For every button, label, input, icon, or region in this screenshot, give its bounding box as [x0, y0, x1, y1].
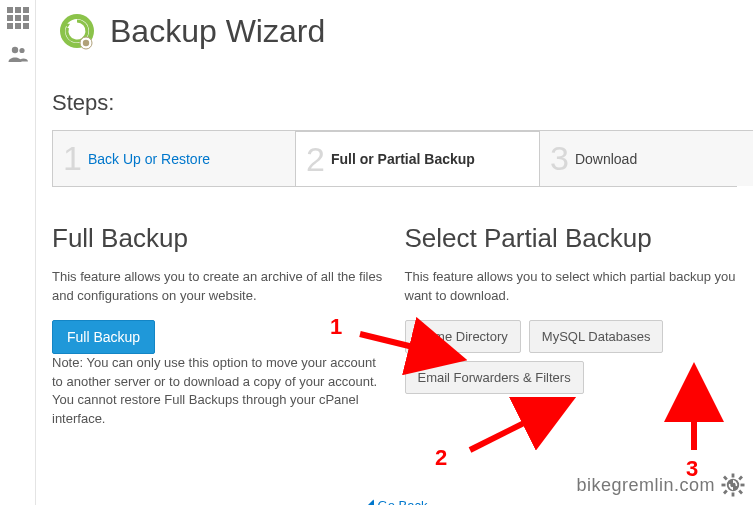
go-back-link[interactable]: Go Back	[362, 498, 428, 505]
svg-point-0	[12, 47, 18, 53]
partial-backup-buttons: Home Directory MySQL Databases Email For…	[405, 320, 738, 394]
svg-rect-13	[741, 484, 745, 487]
annotation-number-2: 2	[435, 445, 447, 471]
svg-rect-15	[738, 490, 743, 495]
page-title-text: Backup Wizard	[110, 13, 325, 50]
main-content: Backup Wizard Steps: 1 Back Up or Restor…	[36, 0, 753, 505]
step-3-download[interactable]: 3 Download	[540, 130, 753, 186]
full-backup-desc: This feature allows you to create an arc…	[52, 268, 385, 306]
watermark: bikegremlin.com	[576, 473, 745, 497]
apps-grid-icon[interactable]	[0, 0, 36, 36]
email-forwarders-filters-button[interactable]: Email Forwarders & Filters	[405, 361, 584, 394]
full-backup-heading: Full Backup	[52, 223, 385, 254]
full-backup-note: Note: You can only use this option to mo…	[52, 354, 385, 429]
step-label: Full or Partial Backup	[331, 151, 475, 167]
partial-backup-heading: Select Partial Backup	[405, 223, 738, 254]
watermark-text: bikegremlin.com	[576, 475, 715, 496]
mysql-databases-button[interactable]: MySQL Databases	[529, 320, 664, 353]
svg-rect-14	[723, 476, 728, 481]
step-2-full-or-partial[interactable]: 2 Full or Partial Backup	[296, 130, 540, 186]
backup-wizard-icon	[58, 12, 96, 50]
svg-point-5	[83, 40, 89, 46]
svg-rect-17	[723, 490, 728, 495]
steps-heading: Steps:	[52, 90, 737, 116]
annotation-number-1: 1	[330, 314, 342, 340]
step-number: 3	[546, 139, 569, 178]
go-back-row: Go Back	[52, 497, 737, 505]
partial-backup-desc: This feature allows you to select which …	[405, 268, 738, 306]
step-label: Download	[575, 151, 637, 167]
step-label: Back Up or Restore	[88, 151, 210, 167]
svg-rect-11	[732, 493, 735, 497]
full-backup-button[interactable]: Full Backup	[52, 320, 155, 354]
steps-tabs: 1 Back Up or Restore 2 Full or Partial B…	[52, 130, 737, 187]
partial-backup-column: Select Partial Backup This feature allow…	[405, 223, 738, 443]
step-number: 2	[302, 140, 325, 179]
users-icon[interactable]	[0, 36, 36, 72]
svg-rect-12	[722, 484, 726, 487]
columns: Full Backup This feature allows you to c…	[52, 223, 737, 443]
gear-icon	[721, 473, 745, 497]
page-title: Backup Wizard	[58, 12, 737, 50]
home-directory-button[interactable]: Home Directory	[405, 320, 521, 353]
svg-rect-16	[738, 476, 743, 481]
svg-rect-10	[732, 474, 735, 478]
step-1-backup-or-restore[interactable]: 1 Back Up or Restore	[52, 130, 296, 186]
sidebar	[0, 0, 36, 505]
step-number: 1	[59, 139, 82, 178]
svg-point-1	[19, 48, 24, 53]
